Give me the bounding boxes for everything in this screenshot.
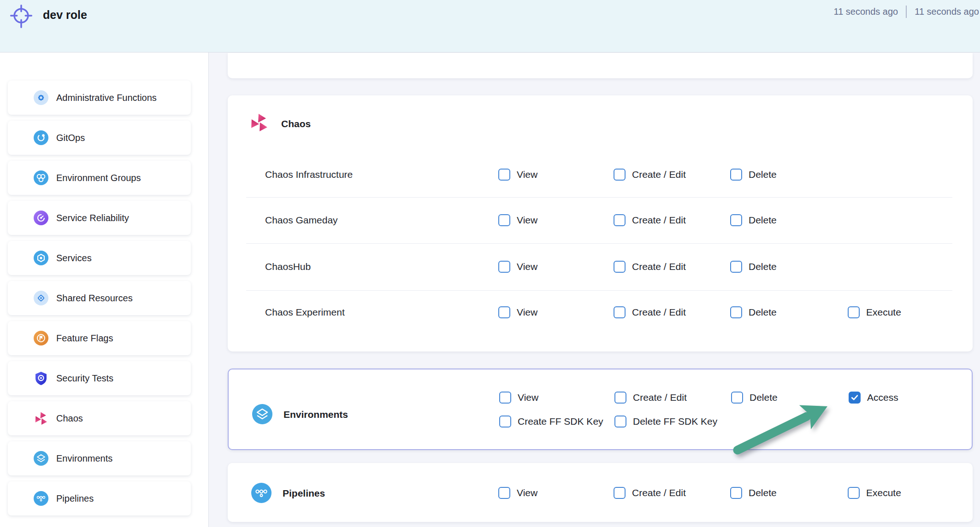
sidebar-item-feature-flags[interactable]: Feature Flags bbox=[8, 321, 191, 355]
chaos-permissions-card: Chaos Chaos Infrastructure View Create /… bbox=[228, 95, 973, 351]
resource-label: Chaos Infrastructure bbox=[265, 169, 353, 180]
checkbox-create-edit[interactable] bbox=[614, 306, 626, 318]
chaos-pinwheel-icon bbox=[34, 411, 48, 426]
previous-section-card-cutoff bbox=[228, 53, 973, 78]
chaos-section-header: Chaos bbox=[228, 95, 973, 152]
resource-label: Chaos Experiment bbox=[265, 307, 345, 318]
checkbox-execute[interactable] bbox=[848, 306, 860, 318]
sidebar-item-label: Shared Resources bbox=[56, 293, 133, 304]
chaos-pinwheel-icon bbox=[249, 113, 269, 135]
checkbox-delete[interactable] bbox=[731, 392, 743, 404]
checkbox-access-checked[interactable] bbox=[849, 392, 861, 404]
checkbox-delete-ff-sdk-key[interactable] bbox=[614, 416, 626, 427]
permission-label: Execute bbox=[866, 487, 901, 498]
checkbox-view[interactable] bbox=[498, 306, 510, 318]
sidebar-item-label: Service Reliability bbox=[56, 213, 129, 223]
page-title: dev role bbox=[43, 8, 87, 22]
section-title: Environments bbox=[283, 409, 348, 420]
sidebar-item-label: Feature Flags bbox=[56, 333, 113, 344]
permission-label: View bbox=[518, 392, 538, 403]
permission-label: View bbox=[517, 261, 537, 272]
permission-row-chaos-infrastructure: Chaos Infrastructure View Create / Edit … bbox=[228, 152, 973, 197]
checkbox-view[interactable] bbox=[499, 392, 511, 404]
permission-label: Delete bbox=[749, 307, 777, 318]
checkbox-delete[interactable] bbox=[730, 487, 742, 499]
section-title: Chaos bbox=[281, 118, 311, 129]
permission-label: Create / Edit bbox=[633, 392, 687, 403]
checkbox-create-ff-sdk-key[interactable] bbox=[499, 416, 511, 427]
sidebar-item-security-tests[interactable]: Security Tests bbox=[8, 361, 191, 395]
permission-label: Create / Edit bbox=[632, 261, 686, 272]
sidebar-item-pipelines[interactable]: Pipelines bbox=[8, 481, 191, 515]
sidebar-item-label: Security Tests bbox=[56, 373, 113, 384]
permission-label: View bbox=[517, 215, 537, 226]
checkbox-create-edit[interactable] bbox=[614, 487, 626, 499]
permission-label: View bbox=[517, 169, 537, 180]
permission-row-chaos-experiment: Chaos Experiment View Create / Edit Dele… bbox=[228, 290, 973, 334]
timestamp-created: 11 seconds ago bbox=[915, 6, 979, 17]
page-header: dev role 11 seconds ago 11 seconds ago bbox=[0, 0, 980, 53]
sidebar-item-label: Pipelines bbox=[56, 493, 94, 504]
permission-label: Create / Edit bbox=[632, 307, 686, 318]
environments-icon bbox=[252, 404, 272, 426]
sidebar-item-label: Administrative Functions bbox=[56, 93, 157, 103]
sidebar-item-administrative-functions[interactable]: Administrative Functions bbox=[8, 81, 191, 115]
checkbox-view[interactable] bbox=[498, 214, 510, 226]
sidebar-item-label: Chaos bbox=[56, 413, 83, 424]
timestamps: 11 seconds ago 11 seconds ago bbox=[834, 6, 980, 18]
environments-permissions-card-highlighted: Environments View Create / Edit Delete A… bbox=[228, 369, 973, 450]
permission-label: View bbox=[517, 487, 537, 498]
sidebar-item-services[interactable]: Services bbox=[8, 241, 191, 275]
sidebar-item-chaos[interactable]: Chaos bbox=[8, 401, 191, 435]
checkbox-view[interactable] bbox=[498, 487, 510, 499]
checkbox-delete[interactable] bbox=[730, 261, 742, 273]
timestamp-updated: 11 seconds ago bbox=[834, 6, 898, 17]
permission-label: Delete FF SDK Key bbox=[633, 416, 717, 427]
checkbox-delete[interactable] bbox=[730, 306, 742, 318]
checkbox-create-edit[interactable] bbox=[614, 392, 626, 404]
security-shield-icon bbox=[34, 371, 48, 386]
section-title: Pipelines bbox=[283, 488, 325, 499]
permission-label: Delete bbox=[749, 169, 777, 180]
permission-label: Create / Edit bbox=[632, 169, 686, 180]
sidebar-item-label: Environment Groups bbox=[56, 173, 141, 183]
pipelines-icon bbox=[34, 491, 48, 506]
permission-label: Create FF SDK Key bbox=[518, 416, 603, 427]
sidebar-item-service-reliability[interactable]: Service Reliability bbox=[8, 201, 191, 235]
role-target-icon bbox=[9, 3, 33, 31]
services-icon bbox=[34, 251, 48, 265]
sidebar-item-label: Services bbox=[56, 253, 92, 264]
permission-label: Create / Edit bbox=[632, 487, 686, 498]
permission-label: Delete bbox=[749, 261, 777, 272]
feature-flags-icon bbox=[34, 331, 48, 345]
sidebar-item-label: Environments bbox=[56, 453, 112, 464]
sidebar-item-environments[interactable]: Environments bbox=[8, 441, 191, 475]
sidebar-item-environment-groups[interactable]: Environment Groups bbox=[8, 161, 191, 195]
checkbox-view[interactable] bbox=[498, 169, 510, 181]
checkbox-view[interactable] bbox=[498, 261, 510, 273]
sidebar-item-gitops[interactable]: GitOps bbox=[8, 121, 191, 155]
shared-resources-icon bbox=[34, 291, 48, 305]
sidebar-item-shared-resources[interactable]: Shared Resources bbox=[8, 281, 191, 315]
checkbox-delete[interactable] bbox=[730, 214, 742, 226]
environments-icon bbox=[34, 451, 48, 466]
gitops-icon bbox=[34, 130, 48, 145]
role-permissions-screen: dev role 11 seconds ago 11 seconds ago A… bbox=[0, 0, 980, 527]
resource-label: Chaos Gameday bbox=[265, 215, 338, 226]
permission-row-chaoshub: ChaosHub View Create / Edit Delete bbox=[228, 243, 973, 290]
permission-label: Delete bbox=[749, 215, 777, 226]
permission-label: View bbox=[517, 307, 537, 318]
environment-groups-icon bbox=[34, 170, 48, 185]
checkbox-delete[interactable] bbox=[730, 169, 742, 181]
service-reliability-icon bbox=[34, 211, 48, 225]
checkbox-create-edit[interactable] bbox=[614, 214, 626, 226]
permission-label: Access bbox=[867, 392, 898, 403]
resource-label: ChaosHub bbox=[265, 261, 311, 272]
permission-label: Execute bbox=[866, 307, 901, 318]
checkbox-execute[interactable] bbox=[848, 487, 860, 499]
pipelines-permissions-card: Pipelines View Create / Edit Delete Exec… bbox=[228, 463, 973, 522]
checkbox-create-edit[interactable] bbox=[614, 261, 626, 273]
checkbox-create-edit[interactable] bbox=[614, 169, 626, 181]
permission-label: Delete bbox=[749, 487, 777, 498]
sidebar-item-label: GitOps bbox=[56, 133, 85, 143]
